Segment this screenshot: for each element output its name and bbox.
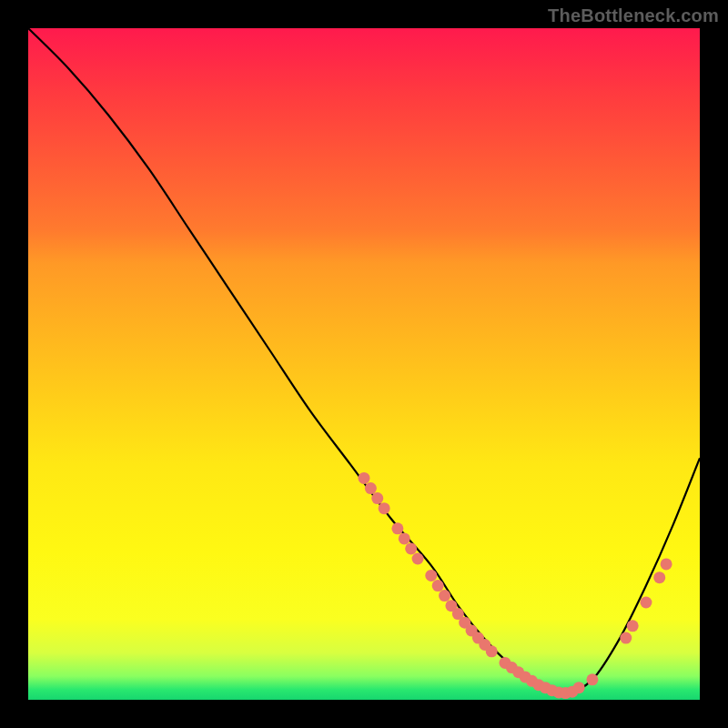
marker-dot: [653, 571, 665, 583]
marker-dots: [359, 472, 672, 699]
marker-dot: [661, 558, 672, 570]
marker-dot: [425, 570, 437, 581]
marker-dot: [573, 682, 585, 693]
marker-dot: [640, 596, 652, 608]
chart-area: [28, 28, 700, 700]
marker-dot: [365, 482, 377, 494]
marker-dot: [412, 553, 424, 565]
watermark-text: TheBottleneck.com: [548, 5, 719, 26]
marker-dot: [391, 522, 403, 534]
marker-dot: [379, 502, 390, 514]
bottleneck-curve-svg: [28, 28, 700, 700]
bottleneck-curve: [28, 28, 700, 693]
marker-dot: [620, 632, 632, 644]
marker-dot: [405, 542, 417, 554]
marker-dot: [586, 673, 598, 685]
marker-dot: [486, 645, 498, 657]
marker-dot: [439, 590, 450, 602]
marker-dot: [399, 532, 410, 544]
marker-dot: [432, 580, 444, 592]
marker-dot: [627, 620, 639, 632]
marker-dot: [359, 472, 370, 484]
marker-dot: [371, 492, 383, 504]
